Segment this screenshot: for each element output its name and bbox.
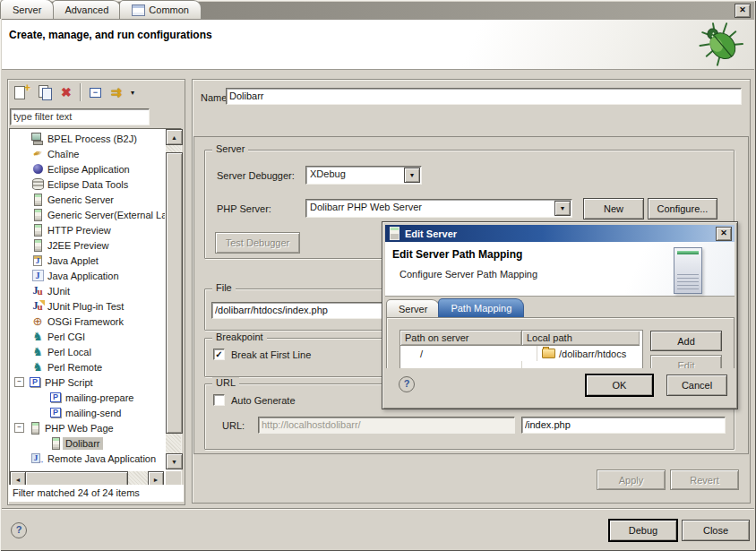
duplicate-configuration-icon[interactable] xyxy=(37,84,55,102)
php-icon xyxy=(28,376,42,389)
filter-status: Filter matched 24 of 24 items xyxy=(9,485,184,502)
tree-item-perl-cgi[interactable]: Perl CGI xyxy=(11,329,165,344)
debug-window: Debug ✕ Create, manage, and run configur… xyxy=(0,0,756,551)
close-window-button[interactable]: ✕ xyxy=(735,4,751,18)
scrollbar-corner xyxy=(166,471,181,486)
configure-server-button[interactable]: Configure... xyxy=(648,198,717,220)
tree-item-label: Java Applet xyxy=(45,254,101,267)
ok-button[interactable]: OK xyxy=(586,375,653,396)
php-server-label: PHP Server: xyxy=(217,202,271,215)
php-server-select[interactable]: Dolibarr PHP Web Server ▼ xyxy=(305,199,572,218)
url-path-input[interactable] xyxy=(522,418,730,432)
server-icon xyxy=(30,239,45,252)
tree-item-generic-server[interactable]: Generic Server xyxy=(11,192,165,207)
tree-item-mailing-send[interactable]: mailing-send xyxy=(11,405,165,420)
dialog-heading: Edit Server Path Mapping xyxy=(392,248,522,261)
applet-icon xyxy=(30,254,45,267)
help-button[interactable] xyxy=(11,522,27,538)
dropdown-arrow-icon[interactable]: ▼ xyxy=(404,168,420,183)
tree-item-label: Chaîne xyxy=(45,148,82,160)
column-path-on-server[interactable]: Path on server xyxy=(400,331,522,346)
tree-item-osgi-framework[interactable]: OSGi Framework xyxy=(11,314,165,329)
tree-item-label: JUnit Plug-in Test xyxy=(45,300,126,313)
tree-item-java-application[interactable]: Java Application xyxy=(11,268,165,283)
dialog-tab-path-mapping[interactable]: Path Mapping xyxy=(438,298,524,317)
table-header-row: Path on server Local path xyxy=(400,331,642,346)
tree-item-mailing-prepare[interactable]: mailing-prepare xyxy=(11,390,165,405)
common-tab-icon xyxy=(132,4,145,16)
tab-server[interactable]: Server xyxy=(0,0,54,19)
configuration-tree: BPEL Process (B2J)ChaîneEclipse Applicat… xyxy=(9,128,182,486)
tree-item-label: Perl CGI xyxy=(45,331,88,343)
remote-java-icon xyxy=(30,452,45,465)
server-debugger-label: Server Debugger: xyxy=(217,169,295,182)
cancel-button[interactable]: Cancel xyxy=(666,375,727,396)
vertical-scroll-thumb[interactable] xyxy=(166,152,183,434)
tree-item-remote-java-application[interactable]: Remote Java Application xyxy=(11,451,165,466)
apply-button[interactable]: Apply xyxy=(597,469,666,490)
php-icon xyxy=(48,392,63,404)
close-button[interactable]: Close xyxy=(682,520,750,541)
tree-item-perl-local[interactable]: Perl Local xyxy=(11,344,165,359)
server-path-cell: / xyxy=(400,346,537,361)
tree-vertical-scrollbar[interactable]: ▲ ▼ xyxy=(166,129,181,469)
dialog-tab-server[interactable]: Server xyxy=(386,299,440,317)
revert-button[interactable]: Revert xyxy=(670,469,739,490)
delete-configuration-icon[interactable] xyxy=(59,84,77,102)
tree-item-java-applet[interactable]: Java Applet xyxy=(11,253,165,268)
debug-button[interactable]: Debug xyxy=(609,520,677,541)
tree-item-dolibarr[interactable]: Dolibarr xyxy=(11,435,165,451)
dialog-close-button[interactable]: ✕ xyxy=(716,227,732,241)
dropdown-arrow-icon[interactable]: ▼ xyxy=(554,201,571,216)
dialog-help-button[interactable] xyxy=(399,376,415,392)
collapse-toggle-icon[interactable]: − xyxy=(14,423,24,433)
tree-item-j2ee-preview[interactable]: J2EE Preview xyxy=(11,237,165,253)
collapse-all-icon[interactable] xyxy=(88,84,106,102)
toolbar-separator xyxy=(80,83,81,101)
scroll-up-button[interactable]: ▲ xyxy=(166,129,183,145)
footer-separator xyxy=(2,508,754,509)
tab-advanced[interactable]: Advanced xyxy=(52,0,121,19)
tree-item-http-preview[interactable]: HTTP Preview xyxy=(11,222,165,237)
add-mapping-button[interactable]: Add xyxy=(650,331,722,351)
break-at-first-line-checkbox[interactable]: ✓ xyxy=(213,349,225,360)
auto-generate-checkbox[interactable] xyxy=(213,394,225,406)
collapse-toggle-icon[interactable]: − xyxy=(14,377,24,387)
tree-item-junit-plug-in-test[interactable]: JUnit Plug-in Test xyxy=(11,298,165,314)
tree-horizontal-scrollbar[interactable]: ◄ ► xyxy=(10,471,164,486)
tree-item-generic-server-external-la[interactable]: Generic Server(External La xyxy=(11,207,165,222)
tree-item-label: Dolibarr xyxy=(63,437,103,450)
tree-item-label: mailing-send xyxy=(63,407,124,419)
tab-common[interactable]: Common xyxy=(119,0,202,19)
tree-item-label: OSGi Framework xyxy=(45,315,126,328)
datatools-icon xyxy=(30,178,45,191)
server-debugger-select[interactable]: XDebug ▼ xyxy=(305,166,422,185)
filter-launch-configurations-icon[interactable] xyxy=(111,84,129,102)
tree-item-bpel-process-b2j-[interactable]: BPEL Process (B2J) xyxy=(11,131,165,146)
test-debugger-button[interactable]: Test Debugger xyxy=(215,232,300,254)
server-icon xyxy=(30,209,45,221)
tree-item-label: J2EE Preview xyxy=(45,239,111,252)
tree-item-eclipse-data-tools[interactable]: Eclipse Data Tools xyxy=(11,176,165,192)
tree-item-eclipse-application[interactable]: Eclipse Application xyxy=(11,161,165,176)
file-group-label: File xyxy=(212,282,236,294)
server-icon xyxy=(30,194,45,206)
new-server-button[interactable]: New xyxy=(583,198,644,220)
url-label: URL: xyxy=(222,419,245,432)
filter-menu-caret-icon[interactable]: ▾ xyxy=(131,89,134,97)
column-local-path[interactable]: Local path xyxy=(522,331,640,346)
tree-item-junit[interactable]: JUnit xyxy=(11,283,165,298)
tree-item-label: Eclipse Data Tools xyxy=(45,178,131,191)
name-input[interactable] xyxy=(227,89,746,103)
tree-item-php-script[interactable]: −PHP Script xyxy=(11,375,165,390)
tree-item-php-web-page[interactable]: −PHP Web Page xyxy=(11,420,165,435)
tree-item-cha-ne[interactable]: Chaîne xyxy=(11,146,165,161)
filter-input[interactable] xyxy=(11,109,154,124)
tree-item-perl-remote[interactable]: Perl Remote xyxy=(11,359,165,375)
perl-icon xyxy=(30,331,45,343)
scroll-down-button[interactable]: ▼ xyxy=(166,453,183,469)
dialog-title-bar[interactable]: Edit Server ✕ xyxy=(385,225,735,242)
new-configuration-icon[interactable] xyxy=(13,84,30,102)
url-path-field-wrap xyxy=(521,417,726,434)
table-row[interactable]: / /dolibarr/htdocs xyxy=(400,346,642,361)
